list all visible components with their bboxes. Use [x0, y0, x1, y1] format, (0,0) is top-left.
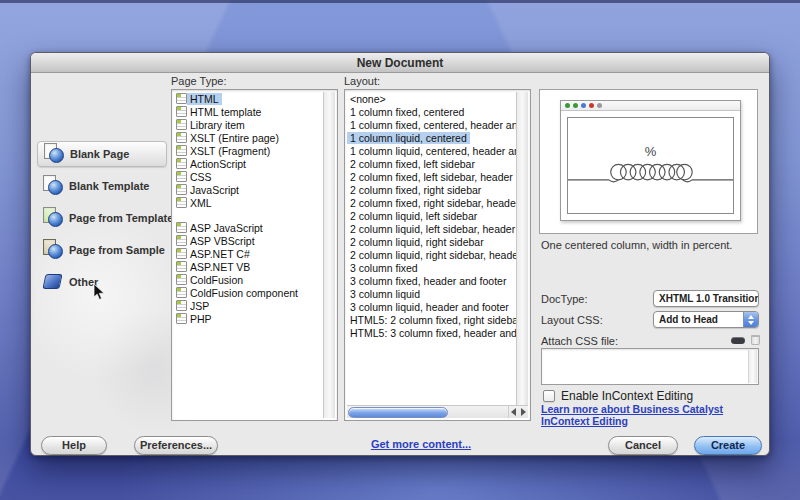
cancel-button[interactable]: Cancel	[608, 436, 678, 455]
sidebar-item-label: Page from Sample	[65, 244, 165, 256]
learn-more-link[interactable]: Learn more about Business Catalyst InCon…	[541, 404, 763, 427]
page-type-item-label: XSLT (Entire page)	[187, 132, 282, 144]
document-icon	[176, 171, 187, 182]
sidebar-item-page-from-template[interactable]: Page from Template	[37, 205, 167, 231]
layout-list[interactable]: <none>1 column fixed, centered1 column f…	[344, 89, 531, 421]
scroll-right-arrow-icon[interactable]	[521, 408, 526, 416]
help-button[interactable]: Help	[41, 436, 107, 455]
page-from-template-icon	[41, 207, 65, 229]
page-type-item-label: JavaScript	[187, 184, 242, 196]
layout-item[interactable]: 3 column liquid, header and footer	[347, 300, 516, 313]
page-type-item[interactable]: ActionScript	[174, 157, 323, 170]
sidebar-item-label: Other	[65, 276, 98, 288]
sidebar-item-label: Blank Template	[65, 180, 150, 192]
sidebar-item-blank-page[interactable]: Blank Page	[37, 141, 167, 167]
page-type-list[interactable]: HTMLHTML templateLibrary itemXSLT (Entir…	[171, 89, 338, 421]
remove-stylesheet-icon[interactable]	[751, 335, 760, 345]
page-type-item[interactable]: HTML template	[174, 105, 323, 118]
document-icon	[176, 235, 187, 246]
blank-template-icon	[41, 175, 65, 197]
page-type-item[interactable]: XML	[174, 196, 323, 209]
page-type-item[interactable]: JSP	[174, 299, 323, 312]
layout-item[interactable]: 3 column fixed, header and footer	[347, 274, 516, 287]
home-icon	[597, 103, 602, 108]
layout-item-label: 2 column liquid, left sidebar, header an…	[347, 223, 516, 235]
layout-item[interactable]: 1 column fixed, centered, header and foo…	[347, 118, 516, 131]
sidebar-item-blank-template[interactable]: Blank Template	[37, 173, 167, 199]
page-type-item[interactable]: ColdFusion component	[174, 286, 323, 299]
page-type-item[interactable]: PHP	[174, 312, 323, 325]
page-type-scrollbar[interactable]	[323, 92, 335, 418]
page-type-item[interactable]: Library item	[174, 118, 323, 131]
document-icon	[176, 248, 187, 259]
layout-item[interactable]: 2 column fixed, left sidebar	[347, 157, 516, 170]
sidebar-item-label: Page from Template	[65, 212, 173, 224]
page-type-item[interactable]: CSS	[174, 170, 323, 183]
page-type-item[interactable]: JavaScript	[174, 183, 323, 196]
attach-css-label: Attach CSS file:	[541, 335, 618, 347]
layout-item[interactable]: 1 column liquid, centered	[347, 131, 516, 144]
page-type-item[interactable]: ASP.NET VB	[174, 260, 323, 273]
document-icon	[176, 184, 187, 195]
layout-item[interactable]: 2 column liquid, left sidebar, header an…	[347, 222, 516, 235]
document-icon	[176, 132, 187, 143]
sidebar-item-other[interactable]: Other	[37, 269, 167, 295]
dialog-titlebar[interactable]: New Document	[31, 53, 769, 73]
page-type-item[interactable]: ASP JavaScript	[174, 221, 323, 234]
attached-css-files-list[interactable]	[541, 348, 759, 385]
page-type-item[interactable]: XSLT (Entire page)	[174, 131, 323, 144]
page-type-item[interactable]: ASP VBScript	[174, 234, 323, 247]
incontext-editing-checkbox[interactable]	[543, 390, 555, 402]
page-type-item[interactable]: HTML	[174, 92, 323, 105]
layout-item[interactable]: 1 column fixed, centered	[347, 105, 516, 118]
get-more-content-link[interactable]: Get more content...	[341, 438, 501, 450]
preferences-button[interactable]: Preferences...	[134, 436, 218, 455]
layout-item[interactable]: 3 column liquid	[347, 287, 516, 300]
layout-item[interactable]: 3 column fixed	[347, 261, 516, 274]
sidebar-item-page-from-sample[interactable]: Page from Sample	[37, 237, 167, 263]
layout-item[interactable]: <none>	[347, 92, 516, 105]
layout-item[interactable]: HTML5: 3 column fixed, header and footer	[347, 326, 516, 339]
page-type-item-label: HTML	[187, 93, 222, 105]
forward-icon	[573, 103, 578, 108]
layout-css-label: Layout CSS:	[541, 314, 603, 326]
page-type-item[interactable]: ColdFusion	[174, 273, 323, 286]
preview-browser-window: %	[560, 100, 741, 221]
layout-item-label: 1 column liquid, centered, header and fo…	[347, 145, 516, 157]
layout-horizontal-scrollbar[interactable]	[347, 405, 528, 418]
page-type-item-label: CSS	[187, 171, 215, 183]
scroll-left-arrow-icon[interactable]	[511, 408, 516, 416]
doctype-popup[interactable]: XHTML 1.0 Transitional	[653, 290, 759, 307]
category-sidebar: Blank PageBlank TemplatePage from Templa…	[37, 141, 167, 301]
back-icon	[565, 103, 570, 108]
layout-item-label: 3 column liquid	[347, 288, 423, 300]
layout-item[interactable]: 2 column fixed, right sidebar, header an…	[347, 196, 516, 209]
page-type-item-label: ColdFusion component	[187, 287, 301, 299]
layout-item-label: 3 column fixed, header and footer	[347, 275, 509, 287]
layout-item[interactable]: 2 column liquid, left sidebar	[347, 209, 516, 222]
layout-item[interactable]: 2 column fixed, left sidebar, header and…	[347, 170, 516, 183]
layout-item[interactable]: 2 column liquid, right sidebar	[347, 235, 516, 248]
layout-item[interactable]: HTML5: 2 column fixed, right sidebar, he…	[347, 313, 516, 326]
percent-width-label: %	[568, 144, 733, 159]
doctype-label: DocType:	[541, 293, 587, 305]
layout-item[interactable]: 2 column liquid, right sidebar, header a…	[347, 248, 516, 261]
attach-stylesheet-icon[interactable]	[731, 337, 745, 344]
layout-item[interactable]: 2 column fixed, right sidebar	[347, 183, 516, 196]
document-icon	[176, 106, 187, 117]
layout-preview: %	[539, 89, 758, 234]
layout-vertical-scrollbar[interactable]	[516, 92, 528, 405]
layout-item-label: 2 column liquid, right sidebar	[347, 236, 487, 248]
document-icon	[176, 145, 187, 156]
popup-stepper-icon	[743, 312, 758, 327]
page-type-item[interactable]: ASP.NET C#	[174, 247, 323, 260]
create-button[interactable]: Create	[694, 436, 762, 455]
desktop-background: New Document Blank PageBlank TemplatePag…	[0, 0, 800, 500]
page-type-item-label: ASP JavaScript	[187, 222, 266, 234]
scrollbar-thumb[interactable]	[348, 407, 448, 418]
layout-item[interactable]: 1 column liquid, centered, header and fo…	[347, 144, 516, 157]
layout-css-popup[interactable]: Add to Head	[653, 311, 759, 328]
page-type-item[interactable]: XSLT (Fragment)	[174, 144, 323, 157]
layout-item-label: 3 column liquid, header and footer	[347, 301, 512, 313]
page-type-item-label: PHP	[187, 313, 215, 325]
